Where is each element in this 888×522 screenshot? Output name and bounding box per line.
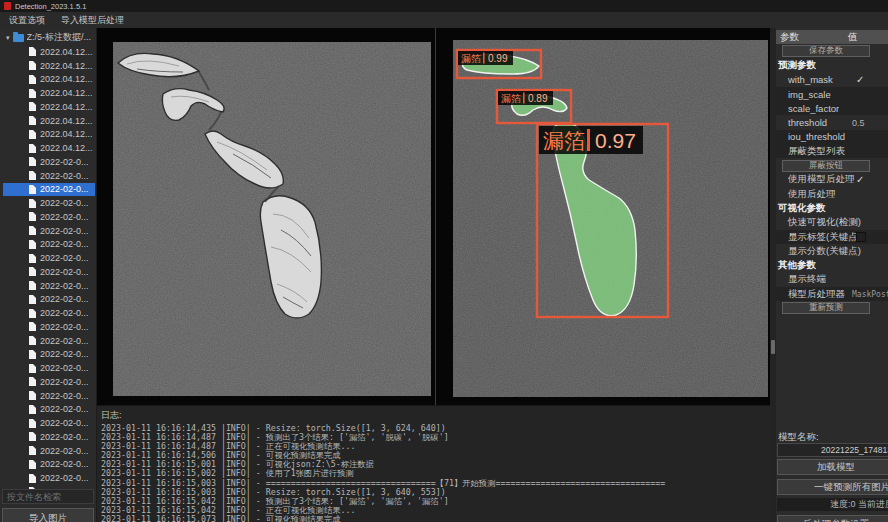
tree-item-file[interactable]: 2022-02-0... xyxy=(3,196,95,210)
tree-item-file[interactable]: 2022-02-0... xyxy=(3,444,95,458)
param-button[interactable]: 屏蔽按钮 xyxy=(782,160,870,172)
detection-label-0: 漏箔 0.99 xyxy=(458,51,513,65)
param-label: 显示标签(关键点) xyxy=(776,231,861,244)
param-button[interactable]: 保存参数 xyxy=(782,45,870,57)
param-label: with_mask xyxy=(776,74,833,85)
tree-item-file[interactable]: 2022-02-0... xyxy=(3,334,95,348)
file-icon xyxy=(29,254,36,263)
tree-item-label: 2022-02-0... xyxy=(40,157,89,167)
param-row: 重新预测 xyxy=(776,301,888,315)
tree-item-file[interactable]: 2022-02-0... xyxy=(3,416,95,430)
tree-item-label: 2022-02-0... xyxy=(40,377,89,387)
param-row: 快速可视化(检测) xyxy=(776,216,888,230)
tree-root-label: Z:/5-标注数据/... xyxy=(27,31,92,44)
tree-item-file[interactable]: 2022-02-0... xyxy=(3,430,95,444)
log-line: 2023-01-11 16:16:14,435 |INFO| - Resize:… xyxy=(97,424,770,433)
tree-item-file[interactable]: 2022.04.12... xyxy=(3,45,95,59)
param-value[interactable]: 0.5 xyxy=(852,118,865,128)
file-icon xyxy=(29,157,36,166)
param-column-header: 参数 xyxy=(776,31,848,44)
tree-item-label: 2022-02-0... xyxy=(40,226,89,236)
tree-item-file[interactable]: 2022.04.12... xyxy=(3,114,95,128)
tree-item-label: 2022-02-0... xyxy=(40,391,89,401)
file-icon xyxy=(29,419,36,428)
chevron-down-icon: ▾ xyxy=(6,34,10,42)
file-icon xyxy=(29,364,36,373)
file-icon xyxy=(29,405,36,414)
menu-import-postprocess[interactable]: 导入模型后处理 xyxy=(61,14,124,27)
log-line: 2023-01-11 16:16:14,487 |INFO| - 预测出了3个结… xyxy=(97,433,770,442)
file-icon xyxy=(29,377,36,386)
tree-item-label: 2022-02-0... xyxy=(40,349,89,359)
param-row: 屏蔽按钮 xyxy=(776,158,888,172)
tree-item-file[interactable]: 2022-02-0... xyxy=(3,183,95,197)
tree-item-label: 2022.04.12... xyxy=(40,47,93,57)
import-images-button[interactable]: 导入图片 xyxy=(2,508,94,522)
param-row: 保存参数 xyxy=(776,44,888,58)
param-value[interactable]: MaskPostPro xyxy=(852,290,888,299)
tree-item-file[interactable]: 2022-02-0... xyxy=(3,224,95,238)
tree-item-file[interactable]: 2022.04.12... xyxy=(3,73,95,87)
tree-item-label: 2022-02-0... xyxy=(40,212,89,222)
image-canvas: 漏箔 0.99 漏箔 0.89 漏箔 0.97 xyxy=(97,28,770,405)
tree-item-file[interactable]: 2022-02-0... xyxy=(3,293,95,307)
tree-item-file[interactable]: 2022-02-0... xyxy=(3,348,95,362)
tree-item-label: 2022-02-0... xyxy=(40,239,89,249)
param-label: 屏蔽类型列表 xyxy=(776,145,845,158)
tree-item-label: 2022-02-0... xyxy=(40,473,89,483)
tree-item-label: 2022-02-0... xyxy=(40,336,89,346)
log-line: 2023-01-11 16:16:15,001 |INFO| - 可视化json… xyxy=(97,460,770,469)
param-button[interactable]: 重新预测 xyxy=(782,302,870,314)
tree-item-label: 2022-02-0... xyxy=(40,184,89,194)
tree-item-file[interactable]: 2022-02-0... xyxy=(3,458,95,472)
tree-item-file[interactable]: 2022-02-0... xyxy=(3,320,95,334)
tree-item-file[interactable]: 2022-02-0... xyxy=(3,169,95,183)
tree-item-file[interactable]: 2022-02-0... xyxy=(3,375,95,389)
file-icon xyxy=(29,116,36,125)
menu-settings[interactable]: 设置选项 xyxy=(9,14,45,27)
tree-item-file[interactable]: 2022-02-0... xyxy=(3,306,95,320)
tree-item-file[interactable]: 2022-02-0... xyxy=(3,403,95,417)
tree-root-folder[interactable]: ▾ Z:/5-标注数据/... xyxy=(0,30,96,45)
tree-item-file[interactable]: 2022-02-0... xyxy=(3,389,95,403)
file-icon xyxy=(29,432,36,441)
value-column-header: 值 xyxy=(848,31,858,44)
tree-item-file[interactable]: 2022.04.12... xyxy=(3,100,95,114)
file-icon xyxy=(29,199,36,208)
param-label: 显示分数(关键点) xyxy=(776,245,861,258)
tree-item-file[interactable]: 2022-02-0... xyxy=(3,251,95,265)
tree-item-file[interactable]: 2022-02-0... xyxy=(3,279,95,293)
model-select[interactable]: 20221225_174813 xyxy=(777,443,888,457)
param-label: 其他参数 xyxy=(776,259,816,272)
tree-item-label: 2022.04.12... xyxy=(40,74,93,84)
tree-item-file[interactable]: 2022.04.12... xyxy=(3,86,95,100)
log-line: 2023-01-11 16:16:15,002 |INFO| - 使用了1张图片… xyxy=(97,469,770,478)
postprocess-settings-button[interactable]: 后处理参数设置 xyxy=(777,515,888,522)
raw-image[interactable] xyxy=(113,42,431,396)
tree-item-file[interactable]: 2022-02-0... xyxy=(3,155,95,169)
checkbox-checked-icon[interactable]: ✓ xyxy=(856,74,864,85)
checkbox-unchecked-icon[interactable] xyxy=(856,232,866,242)
param-row: 其他参数 xyxy=(776,258,888,272)
search-input[interactable] xyxy=(2,489,94,504)
tree-item-file[interactable]: 2022.04.12... xyxy=(3,128,95,142)
tree-item-file[interactable]: 2022-02-0... xyxy=(3,265,95,279)
tree-item-label: 2022-02-0... xyxy=(40,198,89,208)
predict-all-button[interactable]: 一键预测所有图片 xyxy=(777,479,888,495)
tree-item-label: 2022-02-0... xyxy=(40,253,89,263)
param-row: 显示分数(关键点) xyxy=(776,244,888,258)
tree-item-file[interactable]: 2022.04.12... xyxy=(3,59,95,73)
tree-item-file[interactable]: 2022.04.12... xyxy=(3,141,95,155)
tree-item-file[interactable]: 2022-02-0... xyxy=(3,361,95,375)
tree-item-file[interactable]: 2022-02-0... xyxy=(3,471,95,485)
tree-item-label: 2022-02-0... xyxy=(40,294,89,304)
prediction-image[interactable]: 漏箔 0.99 漏箔 0.89 漏箔 0.97 xyxy=(453,40,768,397)
log-line: 2023-01-11 16:16:14,487 |INFO| - 正在可视化预测… xyxy=(97,442,770,451)
log-console[interactable]: 日志: 2023-01-11 16:16:14,435 |INFO| - Res… xyxy=(97,405,770,522)
tree-item-label: 2022-02-0... xyxy=(40,308,89,318)
load-model-button[interactable]: 加载模型 xyxy=(777,459,888,475)
tree-item-file[interactable]: 2022-02-0... xyxy=(3,238,95,252)
tree-item-label: 2022.04.12... xyxy=(40,116,93,126)
checkbox-checked-icon[interactable]: ✓ xyxy=(856,174,864,185)
tree-item-file[interactable]: 2022-02-0... xyxy=(3,210,95,224)
